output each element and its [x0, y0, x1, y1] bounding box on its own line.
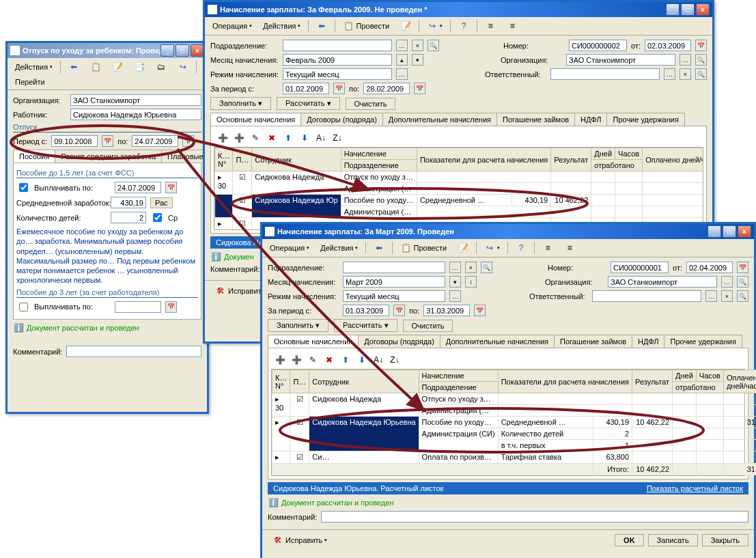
tb-icon3[interactable]: 📑 — [129, 59, 150, 74]
tab-1[interactable]: Договоры (подряда) — [358, 335, 440, 348]
org-input[interactable] — [608, 276, 717, 288]
pay-until-checkbox[interactable] — [19, 183, 28, 192]
close-button[interactable]: × — [738, 225, 751, 238]
tab-4[interactable]: НДФЛ — [574, 113, 607, 126]
tb-icon[interactable]: ≡ — [559, 240, 580, 255]
date-picker-icon[interactable]: 📅 — [333, 83, 345, 94]
more-icon[interactable]: … — [705, 290, 717, 302]
period-from-input[interactable] — [51, 135, 98, 147]
clear-icon[interactable]: × — [721, 290, 733, 302]
search-icon[interactable]: 🔍 — [695, 54, 707, 66]
month-input[interactable] — [343, 276, 445, 288]
org-input[interactable] — [566, 54, 675, 66]
to-input[interactable] — [423, 305, 470, 316]
fill-button[interactable]: Заполнить ▾ — [268, 319, 328, 332]
num-input[interactable] — [611, 262, 669, 273]
up-icon[interactable]: ⬆ — [338, 352, 353, 367]
edit-icon[interactable]: ✎ — [305, 352, 320, 367]
tab-4[interactable]: НДФЛ — [632, 335, 664, 348]
search-icon[interactable]: 🔍 — [695, 68, 707, 80]
period-to-input[interactable] — [132, 135, 178, 147]
pay3-checkbox[interactable] — [19, 303, 28, 311]
comment-input[interactable] — [321, 511, 748, 522]
mode-input[interactable] — [283, 68, 392, 80]
save-button[interactable]: Записать — [648, 534, 698, 546]
tab-3[interactable]: Погашение займов — [554, 335, 632, 348]
tb-icon[interactable]: 📝 — [453, 240, 473, 255]
nav-back-icon[interactable]: ⬅ — [64, 59, 84, 74]
calc-button[interactable]: Рассчитать ▾ — [277, 97, 339, 110]
del-icon[interactable]: ✖ — [264, 130, 279, 145]
search-icon[interactable]: 🔍 — [737, 290, 748, 302]
close-button[interactable]: Закрыть — [702, 534, 748, 546]
tb-icon[interactable]: 📝 — [395, 18, 416, 33]
date-picker-icon[interactable]: 📅 — [414, 83, 425, 94]
help-icon[interactable]: ? — [511, 240, 531, 255]
clear-button[interactable]: Очистить — [346, 98, 396, 110]
more-icon[interactable]: … — [680, 54, 691, 66]
sort-icon[interactable]: A↓ — [371, 352, 386, 367]
tab-2[interactable]: Дополнительные начисления — [382, 113, 497, 126]
grid[interactable]: К…N°П… Сотрудник Начисление Показатели д… — [271, 369, 745, 476]
clear-icon[interactable]: × — [680, 68, 691, 80]
actions-menu[interactable]: Действия ▾ — [258, 20, 305, 32]
date-picker-icon[interactable]: 📅 — [474, 305, 486, 316]
date-picker-icon[interactable]: 📅 — [165, 301, 177, 313]
to-input[interactable] — [363, 83, 410, 94]
date-input[interactable] — [645, 40, 691, 51]
op-menu[interactable]: Операция ▾ — [265, 242, 314, 254]
min-button[interactable]: _ — [666, 3, 680, 16]
tab-main[interactable]: Основные начисления — [210, 113, 301, 126]
down-icon[interactable]: ⬇ — [297, 130, 312, 145]
titlebar[interactable]: Начисление зарплаты: За Март 2009. Прове… — [262, 224, 754, 239]
clear-icon[interactable]: × — [412, 40, 423, 51]
more-icon[interactable]: … — [396, 68, 408, 80]
date-picker-icon[interactable]: 📅 — [737, 262, 748, 273]
min-button[interactable]: _ — [160, 44, 174, 57]
titlebar[interactable]: Начисление зарплаты: За Февраль 2009. Не… — [205, 2, 712, 17]
date-picker-icon[interactable]: 📅 — [165, 182, 177, 193]
spin-icon[interactable]: ↕ — [465, 276, 477, 288]
max-button[interactable]: □ — [681, 3, 695, 16]
max-button[interactable]: □ — [723, 225, 736, 238]
dep-input[interactable] — [283, 40, 392, 51]
from-input[interactable] — [343, 305, 389, 316]
pay-until-input[interactable] — [115, 182, 161, 193]
more-icon[interactable]: … — [449, 262, 461, 273]
fix-button[interactable]: 🛠Исправить ▾ — [268, 533, 332, 548]
tab-5[interactable]: Прочие удержания — [664, 335, 742, 348]
search-icon[interactable]: 🔍 — [428, 40, 439, 51]
min-button[interactable]: _ — [708, 225, 721, 238]
month-input[interactable] — [283, 54, 392, 66]
add2-icon[interactable]: ➕ — [232, 130, 247, 145]
provesti-button[interactable]: 📋Провести — [338, 18, 394, 33]
add2-icon[interactable]: ➕ — [289, 352, 304, 367]
search-icon[interactable]: 🔍 — [481, 262, 492, 273]
spin-up-icon[interactable]: ▴ — [396, 54, 408, 66]
date-picker-icon[interactable]: 📅 — [695, 40, 707, 51]
clear-icon[interactable]: … — [396, 40, 408, 51]
org-input[interactable] — [70, 94, 201, 106]
tb-icon[interactable]: ↪▾ — [422, 18, 447, 33]
ok-button[interactable]: OK — [615, 534, 644, 546]
down-icon[interactable]: ⬇ — [354, 352, 369, 367]
avg-input[interactable] — [111, 197, 146, 208]
actions-menu[interactable]: Действия ▾ — [10, 61, 57, 73]
dep-input[interactable] — [343, 262, 445, 273]
tb-icon[interactable]: ↪▾ — [479, 240, 505, 255]
spin-dn-icon[interactable]: ▾ — [412, 54, 423, 66]
op-menu[interactable]: Операция ▾ — [208, 20, 257, 32]
tb-icon2[interactable]: 📝 — [107, 59, 128, 74]
tab-5[interactable]: Прочие удержания — [606, 113, 684, 126]
grid[interactable]: К…N°П… Сотрудник Начисление Показатели д… — [214, 147, 703, 230]
tab-main[interactable]: Основные начисления — [268, 335, 359, 348]
tab-benefits[interactable]: Пособия — [13, 150, 55, 163]
mode-input[interactable] — [343, 290, 445, 302]
close-button[interactable]: × — [191, 44, 204, 57]
search-icon[interactable]: 🔍 — [737, 276, 748, 288]
date-picker-icon[interactable]: 📅 — [393, 305, 405, 316]
comment-input[interactable] — [66, 346, 201, 357]
num-input[interactable] — [569, 40, 627, 51]
tb-icon[interactable]: ≡ — [537, 240, 558, 255]
tb-icon[interactable]: ≡ — [480, 18, 501, 33]
